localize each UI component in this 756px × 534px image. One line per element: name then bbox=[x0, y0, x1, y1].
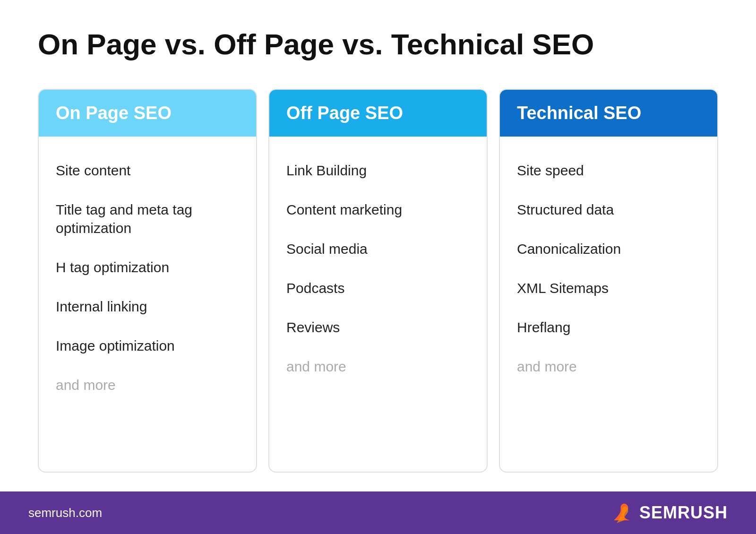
column-off-page: Off Page SEO Link Building Content marke… bbox=[268, 89, 488, 473]
list-item: Content marketing bbox=[286, 190, 470, 229]
list-item: Canonicalization bbox=[517, 229, 700, 268]
list-item: XML Sitemaps bbox=[517, 268, 700, 308]
on-page-header: On Page SEO bbox=[39, 90, 256, 137]
column-on-page: On Page SEO Site content Title tag and m… bbox=[38, 89, 257, 473]
list-item: Internal linking bbox=[56, 287, 239, 326]
list-item: Podcasts bbox=[286, 268, 470, 308]
and-more-label: and more bbox=[286, 347, 470, 386]
list-item: Title tag and meta tag optimization bbox=[56, 190, 239, 248]
list-item: Structured data bbox=[517, 190, 700, 229]
list-item: Reviews bbox=[286, 308, 470, 347]
off-page-header: Off Page SEO bbox=[269, 90, 487, 137]
off-page-body: Link Building Content marketing Social m… bbox=[269, 137, 487, 400]
semrush-logo: SEMRUSH bbox=[610, 502, 728, 523]
list-item: Link Building bbox=[286, 151, 470, 190]
columns-wrapper: On Page SEO Site content Title tag and m… bbox=[38, 89, 718, 473]
main-content: On Page vs. Off Page vs. Technical SEO O… bbox=[0, 0, 756, 491]
footer-url: semrush.com bbox=[28, 506, 102, 520]
list-item: Social media bbox=[286, 229, 470, 268]
page-title: On Page vs. Off Page vs. Technical SEO bbox=[38, 28, 718, 60]
footer: semrush.com SEMRUSH bbox=[0, 491, 756, 534]
and-more-label: and more bbox=[56, 365, 239, 405]
on-page-body: Site content Title tag and meta tag opti… bbox=[39, 137, 256, 419]
list-item: Image optimization bbox=[56, 326, 239, 365]
list-item: Hreflang bbox=[517, 308, 700, 347]
semrush-brand-text: SEMRUSH bbox=[639, 503, 728, 523]
technical-body: Site speed Structured data Canonicalizat… bbox=[500, 137, 717, 400]
semrush-icon bbox=[610, 502, 634, 523]
column-technical: Technical SEO Site speed Structured data… bbox=[499, 89, 718, 473]
and-more-label: and more bbox=[517, 347, 700, 386]
list-item: Site content bbox=[56, 151, 239, 190]
list-item: Site speed bbox=[517, 151, 700, 190]
list-item: H tag optimization bbox=[56, 248, 239, 287]
technical-header: Technical SEO bbox=[500, 90, 717, 137]
